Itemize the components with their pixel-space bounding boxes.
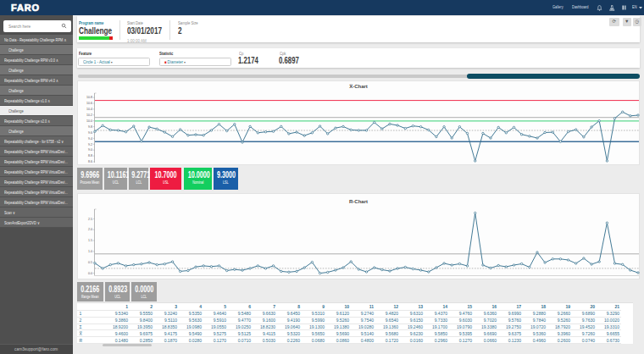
svg-text:10.4: 10.4: [86, 108, 92, 111]
svg-text:10.6: 10.6: [86, 102, 92, 105]
svg-text:1.5: 1.5: [88, 239, 92, 242]
svg-text:0.5: 0.5: [88, 261, 92, 264]
svg-text:9.6: 9.6: [88, 131, 92, 135]
svg-text:2.5: 2.5: [88, 218, 92, 221]
svg-text:9.4: 9.4: [88, 137, 92, 141]
svg-text:8.6: 8.6: [88, 160, 92, 163]
svg-text:9.2: 9.2: [88, 143, 92, 147]
svg-text:10.2: 10.2: [86, 113, 92, 117]
svg-text:8.8: 8.8: [88, 154, 92, 158]
svg-text:2.0: 2.0: [88, 228, 92, 231]
svg-text:10.0: 10.0: [86, 119, 92, 123]
svg-text:0.0: 0.0: [88, 272, 92, 275]
svg-text:1.0: 1.0: [88, 250, 92, 253]
svg-text:10.8: 10.8: [86, 96, 92, 99]
svg-text:9.8: 9.8: [88, 125, 92, 129]
svg-text:9.0: 9.0: [88, 148, 92, 152]
